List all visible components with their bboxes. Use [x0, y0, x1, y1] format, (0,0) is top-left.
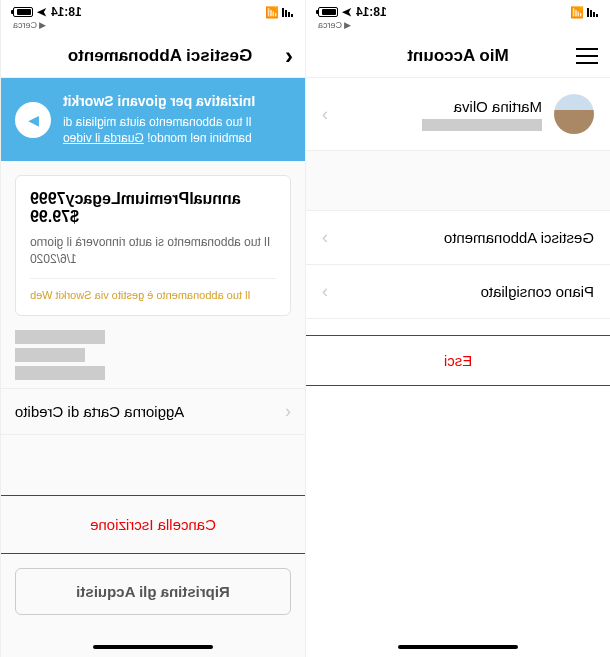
banner-link[interactable]: Guarda il video — [63, 131, 144, 145]
subscription-card: annualPremiumLegacy7999 $79.99 Il tuo ab… — [15, 175, 291, 316]
cancel-label: Cancella Iscrizione — [90, 516, 216, 533]
breadcrumb-label: Cerca — [13, 20, 37, 30]
chevron-right-icon: ‹ — [285, 401, 291, 422]
breadcrumb-label: Cerca — [318, 20, 342, 30]
logout-button[interactable]: Esci — [306, 335, 610, 386]
wifi-icon: 📶 — [570, 6, 584, 19]
screen-subscription: 📶 18:14 ➤ ◀ Cerca ‹ Gestisci Abbonamento… — [0, 0, 305, 657]
status-bar: 📶 18:14 ➤ — [306, 0, 610, 20]
breadcrumb-back-icon: ◀ — [39, 20, 46, 30]
chevron-right-icon: › — [322, 104, 328, 125]
logout-label: Esci — [444, 352, 472, 369]
hamburger-icon[interactable] — [576, 48, 598, 64]
wifi-icon: 📶 — [265, 6, 279, 19]
home-indicator[interactable] — [93, 645, 213, 649]
signal-icon — [587, 8, 598, 17]
profile-row[interactable]: Martina Oliva › — [306, 78, 610, 151]
breadcrumb-back-icon: ◀ — [344, 20, 351, 30]
section-gap — [306, 151, 610, 211]
home-indicator[interactable] — [398, 645, 518, 649]
breadcrumb[interactable]: ◀ Cerca — [1, 20, 305, 34]
page-title: Mio Account — [340, 46, 576, 66]
signal-icon — [282, 8, 293, 17]
battery-icon — [318, 7, 338, 17]
redacted-block — [1, 330, 305, 388]
cancel-button[interactable]: Cancella Iscrizione — [1, 495, 305, 554]
status-bar: 📶 18:14 ➤ — [1, 0, 305, 20]
banner-title: Iniziativa per giovani Sworkit — [63, 92, 291, 112]
profile-redacted — [422, 119, 542, 131]
status-time: 18:14 — [356, 5, 387, 19]
screen-account: 📶 18:14 ➤ ◀ Cerca Mio Account Martina Ol… — [305, 0, 610, 657]
plan-title: annualPremiumLegacy7999 $79.99 — [30, 190, 276, 226]
page-title: Gestisci Abbonamento — [35, 46, 285, 66]
restore-label: Ripristina gli Acquisti — [76, 583, 230, 600]
update-card-row[interactable]: ‹ Aggiorna Carta di Credito — [1, 388, 305, 435]
battery-icon — [13, 7, 33, 17]
list-label: Piano consigliato — [328, 283, 594, 300]
banner-sub: Il tuo abbonamento aiuta migliaia di bam… — [63, 114, 291, 148]
plan-sub: Il tuo abbonamento si auto rinnoverà il … — [30, 234, 276, 268]
back-chevron-icon[interactable]: ‹ — [285, 42, 293, 70]
status-time: 18:14 — [51, 5, 82, 19]
list-item-plan[interactable]: Piano consigliato › — [306, 265, 610, 319]
list-item-subscription[interactable]: Gestisci Abbonamento › — [306, 211, 610, 265]
plan-note: Il tuo abbonamento è gestito via Sworkit… — [30, 278, 276, 301]
profile-name: Martina Oliva — [340, 98, 542, 115]
avatar — [554, 94, 594, 134]
header: ‹ Gestisci Abbonamento — [1, 34, 305, 78]
location-icon: ➤ — [342, 5, 352, 19]
list-label: Gestisci Abbonamento — [328, 229, 594, 246]
restore-button[interactable]: Ripristina gli Acquisti — [15, 568, 291, 615]
credit-label: Aggiorna Carta di Credito — [15, 403, 285, 420]
promo-banner[interactable]: Iniziativa per giovani Sworkit Il tuo ab… — [1, 78, 305, 161]
chevron-right-icon: › — [322, 281, 328, 302]
breadcrumb[interactable]: ◀ Cerca — [306, 20, 610, 34]
header: Mio Account — [306, 34, 610, 78]
chevron-right-icon: › — [322, 227, 328, 248]
location-icon: ➤ — [37, 5, 47, 19]
play-icon[interactable]: ▶ — [15, 102, 51, 138]
